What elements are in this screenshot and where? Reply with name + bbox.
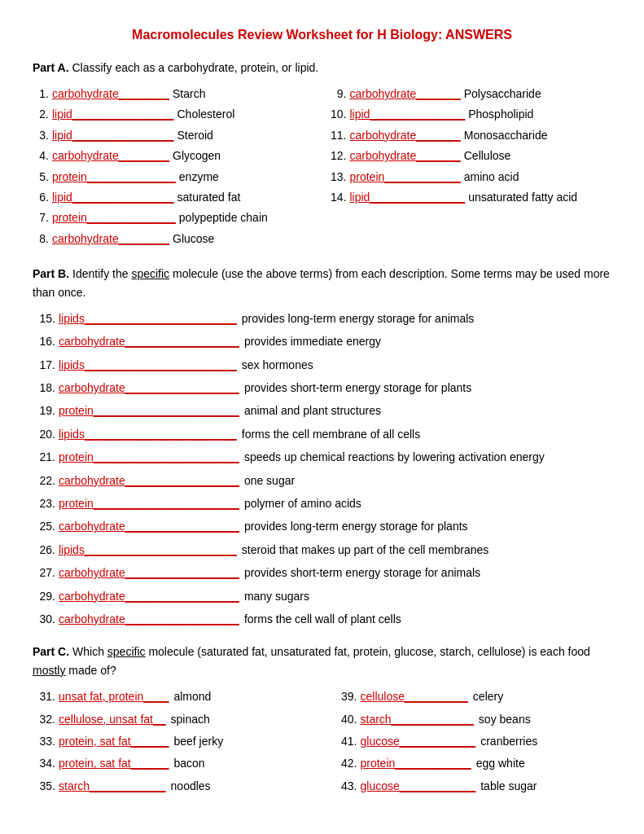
item-answer: carbohydrate__________________ [59, 587, 239, 605]
item-text: speeds up chemical reactions by lowering… [244, 448, 611, 466]
item-number: 29. [33, 587, 55, 605]
part-a-right-item: 14. lipid_______________ unsaturated fat… [331, 188, 612, 206]
item-text: Glycogen [173, 147, 313, 165]
item-answer: carbohydrate__________________ [59, 332, 239, 350]
part-a-right-item: 10. lipid_______________ Phospholipid [331, 105, 612, 123]
item-text: saturated fat [177, 188, 313, 206]
part-c-left-item: 34. protein, sat fat______ bacon [33, 754, 310, 772]
item-number: 17. [33, 356, 55, 374]
item-number: 40. [335, 710, 357, 728]
item-number: 27. [33, 564, 55, 582]
part-a-left-item: 5. protein______________ enzyme [33, 168, 314, 186]
item-text: Cholesterol [177, 105, 313, 123]
item-answer: unsat fat, protein____ [59, 687, 169, 705]
item-text: Starch [173, 85, 313, 103]
item-text: steroid that makes up part of the cell m… [242, 541, 611, 559]
part-b-item: 19. protein_______________________ anima… [33, 402, 611, 419]
item-text: Monosaccharide [464, 126, 611, 144]
item-number: 34. [33, 754, 55, 772]
item-answer: lipid________________ [52, 188, 173, 206]
part-a-right-item: 12. carbohydrate_______ Cellulose [331, 147, 612, 165]
item-answer: cellulose__________ [361, 687, 468, 705]
item-number: 16. [33, 332, 55, 350]
part-b-item: 30. carbohydrate__________________ forms… [33, 610, 611, 628]
part-a-left-col: 1. carbohydrate________ Starch 2. lipid_… [33, 85, 314, 250]
item-number: 8. [33, 230, 49, 248]
part-b-item: 18. carbohydrate__________________ provi… [33, 379, 611, 397]
item-number: 18. [33, 379, 55, 397]
item-answer: lipid________________ [52, 105, 173, 123]
part-a-right-item: 11. carbohydrate_______ Monosaccharide [331, 126, 612, 144]
item-answer: glucose____________ [361, 777, 476, 795]
part-a-right-col: 9. carbohydrate_______ Polysaccharide 10… [331, 85, 612, 250]
item-text: Cellulose [464, 147, 611, 165]
part-c-grid: 31. unsat fat, protein____ almond 32. ce… [33, 687, 611, 799]
item-answer: carbohydrate__________________ [59, 564, 239, 582]
item-number: 25. [33, 517, 55, 535]
item-answer: protein______________ [52, 168, 176, 186]
item-number: 23. [33, 494, 55, 512]
item-text: forms the cell wall of plant cells [244, 610, 611, 628]
item-number: 1. [33, 85, 49, 103]
part-a-left-item: 8. carbohydrate________ Glucose [33, 230, 314, 248]
item-number: 12. [331, 147, 347, 165]
item-number: 32. [33, 710, 55, 728]
item-text: polymer of amino acids [244, 494, 611, 512]
item-text: Phospholipid [468, 105, 611, 123]
item-answer: carbohydrate__________________ [59, 610, 239, 628]
item-text: egg white [476, 754, 611, 772]
item-answer: protein, sat fat______ [59, 732, 169, 750]
part-c-left-item: 31. unsat fat, protein____ almond [33, 687, 310, 705]
part-b-item: 25. carbohydrate__________________ provi… [33, 517, 611, 535]
part-b-item: 16. carbohydrate__________________ provi… [33, 332, 611, 350]
part-c-right-item: 41. glucose____________ cranberries [335, 732, 612, 750]
part-c-left-col: 31. unsat fat, protein____ almond 32. ce… [33, 687, 310, 799]
part-c-left-item: 35. starch____________ noodles [33, 777, 310, 795]
item-number: 43. [335, 777, 357, 795]
item-number: 20. [33, 425, 55, 443]
item-text: amino acid [464, 168, 611, 186]
item-number: 26. [33, 541, 55, 559]
item-answer: protein_______________________ [59, 494, 239, 512]
item-text: table sugar [480, 777, 611, 795]
item-text: cranberries [480, 732, 611, 750]
part-a-header: Part A. Classify each as a carbohydrate,… [33, 59, 611, 77]
item-answer: carbohydrate__________________ [59, 517, 239, 535]
item-answer: lipids________________________ [59, 356, 237, 374]
item-text: forms the cell membrane of all cells [242, 425, 611, 443]
item-number: 7. [33, 208, 49, 226]
item-number: 21. [33, 448, 55, 466]
item-number: 33. [33, 732, 55, 750]
item-number: 13. [331, 168, 347, 186]
part-a-left-item: 7. protein______________ polypeptide cha… [33, 208, 314, 226]
item-answer: carbohydrate________ [52, 85, 169, 103]
item-text: beef jerky [173, 732, 309, 750]
item-number: 22. [33, 472, 55, 489]
item-number: 39. [335, 687, 357, 705]
item-answer: carbohydrate__________________ [59, 379, 239, 397]
item-answer: lipid_______________ [350, 105, 466, 123]
item-text: provides long-term energy storage for pl… [244, 517, 611, 535]
part-c-right-col: 39. cellulose__________ celery 40. starc… [335, 687, 612, 799]
part-b-item: 17. lipids________________________ sex h… [33, 356, 611, 374]
part-c-right-item: 39. cellulose__________ celery [335, 687, 612, 705]
part-a-left-item: 1. carbohydrate________ Starch [33, 85, 314, 103]
item-answer: protein_______________________ [59, 448, 239, 466]
part-a-left-item: 2. lipid________________ Cholesterol [33, 105, 314, 123]
item-answer: carbohydrate_______ [350, 85, 461, 103]
item-text: almond [173, 687, 309, 705]
item-text: polypeptide chain [179, 208, 314, 226]
item-text: noodles [171, 777, 310, 795]
part-b-section: Part B. Identify the specific molecule (… [33, 265, 611, 628]
item-number: 41. [335, 732, 357, 750]
part-b-item: 26. lipids________________________ stero… [33, 541, 611, 559]
item-text: celery [473, 687, 611, 705]
page-title: Macromolecules Review Worksheet for H Bi… [33, 24, 611, 46]
item-answer: carbohydrate_______ [350, 126, 461, 144]
part-a-left-item: 3. lipid________________ Steroid [33, 126, 314, 144]
part-b-item: 21. protein_______________________ speed… [33, 448, 611, 466]
item-number: 9. [331, 85, 347, 103]
item-answer: starch____________ [59, 777, 166, 795]
item-text: animal and plant structures [244, 402, 611, 419]
item-number: 4. [33, 147, 49, 165]
